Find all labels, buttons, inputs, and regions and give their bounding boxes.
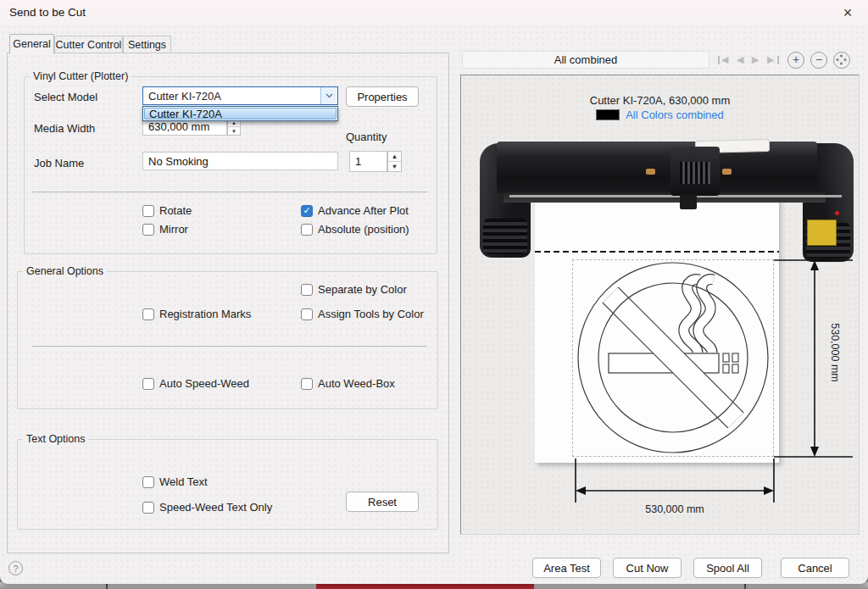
weld-text-checkbox[interactable]: Weld Text <box>142 475 208 488</box>
fit-view-icon[interactable] <box>833 52 850 69</box>
dimension-lines <box>461 75 860 535</box>
checkbox-box[interactable] <box>301 224 313 236</box>
tab-general[interactable]: General <box>9 34 54 53</box>
checkbox-label: Assign Tools by Color <box>318 308 424 320</box>
checkbox-label: Registration Marks <box>159 308 251 320</box>
checkbox-box[interactable] <box>301 308 313 320</box>
checkbox-box[interactable] <box>142 502 154 514</box>
nav-prev-icon[interactable]: ◀ <box>737 54 743 65</box>
divider <box>32 192 427 192</box>
spinner-down-icon[interactable]: ▼ <box>228 126 240 135</box>
quantity-label: Quantity <box>346 131 387 143</box>
checkbox-box[interactable] <box>142 476 154 488</box>
job-name-label: Job Name <box>34 157 84 169</box>
help-icon[interactable]: ? <box>8 561 23 575</box>
cut-now-button[interactable]: Cut Now <box>613 558 682 578</box>
title-bar: Send to be Cut × <box>0 0 868 25</box>
checkbox-label: Speed-Weed Text Only <box>159 501 272 514</box>
group-text-options: Text Options <box>17 439 438 530</box>
nav-first-icon[interactable]: ◀ <box>721 54 728 65</box>
quantity-stepper[interactable]: ▲ ▼ <box>387 151 402 172</box>
chevron-down-icon[interactable] <box>320 87 337 104</box>
checkbox-label: Weld Text <box>159 475 208 488</box>
nav-next-icon[interactable]: ▶ <box>752 54 759 65</box>
group-label: Text Options <box>23 433 88 445</box>
model-combobox-value: Cutter KI-720A <box>143 90 320 103</box>
model-dropdown-popup: Cutter KI-720A <box>142 106 338 121</box>
horizontal-dimension-label: 530,000 mm <box>607 503 743 515</box>
checkbox-label: Rotate <box>159 204 192 217</box>
checkbox-box[interactable] <box>301 205 313 217</box>
checkbox-box[interactable] <box>142 378 154 390</box>
zoom-out-icon[interactable]: − <box>810 52 827 69</box>
checkbox-box[interactable] <box>142 205 154 217</box>
dialog-title: Send to be Cut <box>9 6 86 19</box>
combined-selector-bar[interactable]: All combined <box>462 51 709 69</box>
reset-button[interactable]: Reset <box>346 492 419 512</box>
assign-tools-by-color-checkbox[interactable]: Assign Tools by Color <box>301 308 424 320</box>
divider <box>32 346 427 347</box>
close-icon[interactable]: × <box>837 3 858 24</box>
background-strip-tick <box>744 584 746 589</box>
auto-weed-box-checkbox[interactable]: Auto Weed-Box <box>301 377 395 390</box>
checkbox-box[interactable] <box>301 378 313 390</box>
checkbox-label: Advance After Plot <box>318 204 409 217</box>
checkbox-label: Mirror <box>159 223 188 236</box>
group-label: Vinyl Cutter (Plotter) <box>30 70 131 82</box>
job-name-input[interactable]: No Smoking <box>142 152 338 170</box>
select-model-label: Select Model <box>34 91 97 103</box>
absolute-position-checkbox[interactable]: Absolute (position) <box>301 223 409 236</box>
spool-all-button[interactable]: Spool All <box>693 558 762 578</box>
checkbox-box[interactable] <box>142 308 154 320</box>
model-dropdown-item[interactable]: Cutter KI-720A <box>144 108 337 119</box>
nav-last-icon[interactable]: ▶ <box>767 54 774 65</box>
properties-button[interactable]: Properties <box>346 86 419 107</box>
send-to-be-cut-dialog: Send to be Cut × General Cutter Control … <box>0 0 868 584</box>
zoom-in-icon[interactable]: + <box>787 52 804 69</box>
checkbox-label: Absolute (position) <box>318 223 409 236</box>
cancel-button[interactable]: Cancel <box>781 558 849 578</box>
quantity-input[interactable]: 1 <box>349 151 387 172</box>
auto-speed-weed-checkbox[interactable]: Auto Speed-Weed <box>142 377 249 390</box>
rotate-checkbox[interactable]: Rotate <box>142 204 192 217</box>
checkbox-box[interactable] <box>142 224 154 236</box>
model-combobox[interactable]: Cutter KI-720A <box>142 86 338 105</box>
tab-settings[interactable]: Settings <box>123 36 171 53</box>
checkbox-label: Auto Weed-Box <box>318 377 395 390</box>
cut-preview-panel: Cutter KI-720A, 630,000 mm All Colors co… <box>460 75 860 535</box>
area-test-button[interactable]: Area Test <box>532 558 601 578</box>
separate-by-color-checkbox[interactable]: Separate by Color <box>301 283 407 296</box>
speed-weed-text-only-checkbox[interactable]: Speed-Weed Text Only <box>142 501 272 514</box>
checkbox-label: Separate by Color <box>318 283 407 296</box>
vertical-dimension-label: 530,000 mm <box>829 317 841 388</box>
registration-marks-checkbox[interactable]: Registration Marks <box>142 308 251 320</box>
mirror-checkbox[interactable]: Mirror <box>142 223 188 236</box>
checkbox-label: Auto Speed-Weed <box>159 377 249 390</box>
spinner-up-icon[interactable]: ▲ <box>388 152 401 161</box>
nav-last-bar <box>777 56 779 64</box>
nav-first-bar <box>718 56 720 64</box>
spinner-down-icon[interactable]: ▼ <box>388 161 401 171</box>
media-width-label: Media Width <box>34 122 95 135</box>
group-label: General Options <box>23 265 107 277</box>
checkbox-box[interactable] <box>301 284 313 296</box>
tab-cutter-control[interactable]: Cutter Control <box>54 36 123 53</box>
fit-view-dots <box>840 58 843 61</box>
background-red-segment <box>316 584 534 589</box>
advance-after-plot-checkbox[interactable]: Advance After Plot <box>301 204 409 217</box>
background-strip-tick <box>106 584 108 589</box>
